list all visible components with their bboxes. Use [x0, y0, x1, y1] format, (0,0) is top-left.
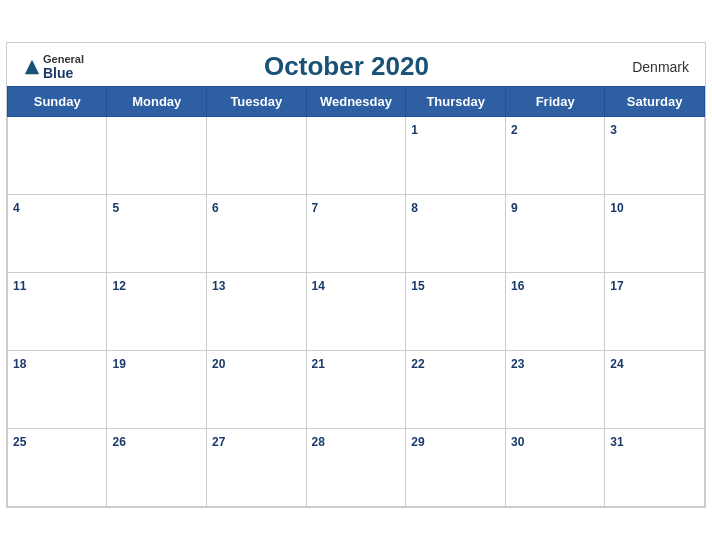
day-number: 5	[112, 201, 119, 215]
header-wednesday: Wednesday	[306, 87, 406, 117]
day-number: 11	[13, 279, 26, 293]
day-number: 28	[312, 435, 325, 449]
calendar-week-row: 45678910	[8, 195, 705, 273]
header-friday: Friday	[505, 87, 604, 117]
day-number: 3	[610, 123, 617, 137]
day-number: 31	[610, 435, 623, 449]
calendar-day-cell: 17	[605, 273, 705, 351]
day-number: 21	[312, 357, 325, 371]
calendar-day-cell: 27	[207, 429, 307, 507]
calendar-day-cell: 21	[306, 351, 406, 429]
month-title: October 2020	[84, 51, 609, 82]
day-number: 7	[312, 201, 319, 215]
header-saturday: Saturday	[605, 87, 705, 117]
logo-general-text: General	[43, 53, 84, 65]
calendar-body: 1234567891011121314151617181920212223242…	[8, 117, 705, 507]
calendar-day-cell: 8	[406, 195, 506, 273]
weekday-header-row: Sunday Monday Tuesday Wednesday Thursday…	[8, 87, 705, 117]
calendar-day-cell: 25	[8, 429, 107, 507]
day-number: 23	[511, 357, 524, 371]
day-number: 18	[13, 357, 26, 371]
day-number: 15	[411, 279, 424, 293]
calendar-day-cell: 9	[505, 195, 604, 273]
header-tuesday: Tuesday	[207, 87, 307, 117]
day-number: 24	[610, 357, 623, 371]
calendar-day-cell: 12	[107, 273, 207, 351]
general-blue-icon	[23, 58, 41, 76]
day-number: 4	[13, 201, 20, 215]
calendar-day-cell: 19	[107, 351, 207, 429]
header-monday: Monday	[107, 87, 207, 117]
calendar-day-cell: 7	[306, 195, 406, 273]
calendar-day-cell: 18	[8, 351, 107, 429]
day-number: 20	[212, 357, 225, 371]
calendar-header: General Blue October 2020 Denmark	[7, 43, 705, 86]
calendar-container: General Blue October 2020 Denmark Sunday…	[6, 42, 706, 508]
calendar-day-cell: 10	[605, 195, 705, 273]
calendar-week-row: 11121314151617	[8, 273, 705, 351]
day-number: 19	[112, 357, 125, 371]
calendar-week-row: 25262728293031	[8, 429, 705, 507]
calendar-day-cell: 11	[8, 273, 107, 351]
calendar-day-cell: 28	[306, 429, 406, 507]
logo-area: General Blue	[23, 53, 84, 81]
calendar-day-cell: 29	[406, 429, 506, 507]
calendar-day-cell: 22	[406, 351, 506, 429]
calendar-week-row: 123	[8, 117, 705, 195]
calendar-day-cell: 5	[107, 195, 207, 273]
day-number: 9	[511, 201, 518, 215]
calendar-day-cell: 6	[207, 195, 307, 273]
svg-marker-0	[25, 59, 39, 73]
day-number: 22	[411, 357, 424, 371]
calendar-day-cell: 15	[406, 273, 506, 351]
calendar-day-cell	[8, 117, 107, 195]
day-number: 13	[212, 279, 225, 293]
day-number: 26	[112, 435, 125, 449]
calendar-day-cell: 1	[406, 117, 506, 195]
header-thursday: Thursday	[406, 87, 506, 117]
calendar-grid: Sunday Monday Tuesday Wednesday Thursday…	[7, 86, 705, 507]
day-number: 17	[610, 279, 623, 293]
calendar-day-cell: 13	[207, 273, 307, 351]
day-number: 30	[511, 435, 524, 449]
day-number: 29	[411, 435, 424, 449]
day-number: 27	[212, 435, 225, 449]
calendar-day-cell: 16	[505, 273, 604, 351]
calendar-week-row: 18192021222324	[8, 351, 705, 429]
day-number: 6	[212, 201, 219, 215]
day-number: 8	[411, 201, 418, 215]
day-number: 16	[511, 279, 524, 293]
calendar-day-cell: 14	[306, 273, 406, 351]
day-number: 25	[13, 435, 26, 449]
day-number: 1	[411, 123, 418, 137]
calendar-day-cell	[207, 117, 307, 195]
calendar-day-cell	[306, 117, 406, 195]
calendar-day-cell: 20	[207, 351, 307, 429]
day-number: 12	[112, 279, 125, 293]
calendar-day-cell: 30	[505, 429, 604, 507]
day-number: 14	[312, 279, 325, 293]
calendar-day-cell: 24	[605, 351, 705, 429]
calendar-day-cell	[107, 117, 207, 195]
day-number: 10	[610, 201, 623, 215]
calendar-day-cell: 31	[605, 429, 705, 507]
country-name: Denmark	[609, 59, 689, 75]
calendar-day-cell: 23	[505, 351, 604, 429]
calendar-day-cell: 3	[605, 117, 705, 195]
header-sunday: Sunday	[8, 87, 107, 117]
logo-blue-text: Blue	[43, 65, 84, 81]
calendar-day-cell: 2	[505, 117, 604, 195]
calendar-day-cell: 26	[107, 429, 207, 507]
day-number: 2	[511, 123, 518, 137]
calendar-day-cell: 4	[8, 195, 107, 273]
